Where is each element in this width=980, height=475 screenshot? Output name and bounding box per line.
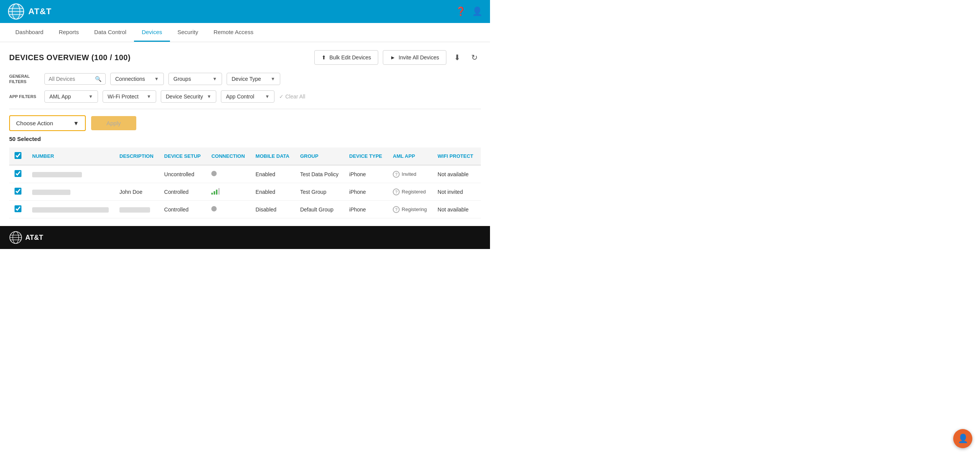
row-checkbox-cell[interactable] [9, 201, 27, 218]
col-connection[interactable]: CONNECTION [206, 147, 250, 165]
blurred-description [119, 207, 150, 213]
row-checkbox[interactable] [15, 170, 21, 177]
footer: AT&T [0, 226, 490, 249]
col-device-setup[interactable]: DEVICE SETUP [159, 147, 206, 165]
aml-badge: ? Registering [393, 206, 427, 213]
signal-bar-4 [218, 188, 220, 195]
clear-all-label: Clear All [285, 93, 305, 100]
blurred-number [32, 190, 70, 195]
row-mobile-data: Disabled [250, 201, 295, 218]
row-checkbox-cell[interactable] [9, 165, 27, 183]
nav-devices[interactable]: Devices [134, 23, 170, 42]
row-device-type: iPhone [344, 165, 387, 183]
user-icon[interactable]: 👤 [472, 7, 482, 16]
wifi-protect-label: Wi-Fi Protect [108, 93, 139, 100]
chevron-down-icon: ▼ [88, 94, 93, 99]
aml-circle-icon: ? [393, 206, 400, 213]
col-device-sec[interactable]: DEVICE [479, 147, 481, 165]
device-security-filter[interactable]: Device Security ▼ [161, 90, 216, 103]
connection-dot-icon [211, 171, 217, 176]
invite-all-label: Invite All Devices [399, 54, 439, 61]
connections-filter[interactable]: Connections ▼ [110, 73, 164, 85]
brand-name: AT&T [28, 7, 52, 16]
table-row: Controlled Disabled Default Group iPhone… [9, 201, 481, 218]
row-description [114, 201, 159, 218]
row-number [27, 201, 114, 218]
nav-bar: Dashboard Reports Data Control Devices S… [0, 23, 490, 42]
nav-reports[interactable]: Reports [51, 23, 87, 42]
chevron-down-icon: ▼ [212, 76, 217, 82]
row-number [27, 165, 114, 183]
footer-brand: AT&T [25, 234, 43, 242]
footer-logo-icon [9, 231, 22, 244]
device-type-label: Device Type [232, 76, 261, 82]
upload-icon: ⬆ [322, 54, 326, 61]
row-group: Test Group [295, 183, 344, 201]
download-button[interactable]: ⬇ [451, 50, 464, 65]
col-number[interactable]: NUMBER [27, 147, 114, 165]
row-group: Default Group [295, 201, 344, 218]
main-content: DEVICES OVERVIEW (100 / 100) ⬆ Bulk Edit… [0, 42, 490, 226]
app-filters-row: APP FILTERS AML App ▼ Wi-Fi Protect ▼ De… [9, 90, 481, 103]
nav-remote-access[interactable]: Remote Access [206, 23, 261, 42]
app-control-filter[interactable]: App Control ▼ [221, 90, 274, 103]
chevron-down-icon: ▼ [154, 76, 159, 82]
table-row: Uncontrolled Enabled Test Data Policy iP… [9, 165, 481, 183]
nav-data-control[interactable]: Data Control [87, 23, 134, 42]
col-description[interactable]: DESCRIPTION [114, 147, 159, 165]
blurred-number [32, 207, 109, 213]
col-checkbox [9, 147, 27, 165]
table-wrapper: NUMBER DESCRIPTION DEVICE SETUP CONNECTI… [9, 147, 481, 218]
device-type-filter[interactable]: Device Type ▼ [227, 73, 280, 85]
col-device-type[interactable]: DEVICE TYPE [344, 147, 387, 165]
page-header-row: DEVICES OVERVIEW (100 / 100) ⬆ Bulk Edit… [9, 50, 481, 65]
nav-dashboard[interactable]: Dashboard [8, 23, 51, 42]
bulk-edit-button[interactable]: ⬆ Bulk Edit Devices [314, 50, 378, 65]
table-header-row: NUMBER DESCRIPTION DEVICE SETUP CONNECTI… [9, 147, 481, 165]
row-checkbox-cell[interactable] [9, 183, 27, 201]
header: AT&T ❓ 👤 [0, 0, 490, 23]
table-row: John Doe Controlled Enabled Test Group i… [9, 183, 481, 201]
aml-status: Registered [402, 189, 426, 195]
divider [9, 109, 481, 109]
blurred-number [32, 172, 82, 177]
row-device-setup: Controlled [159, 183, 206, 201]
app-control-label: App Control [226, 93, 254, 100]
aml-app-filter[interactable]: AML App ▼ [44, 90, 98, 103]
signal-bar-1 [211, 193, 213, 195]
choose-action-select[interactable]: Choose Action ▼ [9, 115, 86, 131]
row-checkbox[interactable] [15, 188, 21, 195]
bulk-edit-label: Bulk Edit Devices [329, 54, 371, 61]
aml-badge: ? Invited [393, 171, 427, 178]
search-filter[interactable]: 🔍 [44, 73, 106, 85]
wifi-protect-filter[interactable]: Wi-Fi Protect ▼ [103, 90, 156, 103]
col-aml-app[interactable]: AML APP [387, 147, 432, 165]
row-device-sec: No [479, 165, 481, 183]
groups-filter[interactable]: Groups ▼ [168, 73, 222, 85]
general-filters-row: GENERAL FILTERS 🔍 Connections ▼ Groups ▼… [9, 73, 481, 85]
clear-all-button[interactable]: ✓ Clear All [279, 93, 305, 100]
col-mobile-data[interactable]: MOBILE DATA [250, 147, 295, 165]
selected-count: 50 Selected [9, 136, 481, 142]
invite-all-button[interactable]: ► Invite All Devices [383, 50, 446, 65]
select-all-checkbox[interactable] [15, 152, 21, 159]
search-input[interactable] [49, 76, 93, 82]
refresh-button[interactable]: ↻ [468, 50, 481, 65]
header-icons: ❓ 👤 [456, 7, 482, 16]
row-aml-app: ? Registering [387, 201, 432, 218]
row-wifi-protect: Not invited [432, 183, 479, 201]
chevron-down-icon: ▼ [271, 76, 275, 82]
aml-badge: ? Registered [393, 188, 427, 195]
row-device-setup: Controlled [159, 201, 206, 218]
help-icon[interactable]: ❓ [456, 7, 466, 16]
aml-circle-icon: ? [393, 188, 400, 195]
row-description: John Doe [114, 183, 159, 201]
row-group: Test Data Policy [295, 165, 344, 183]
row-checkbox[interactable] [15, 205, 21, 212]
apply-button[interactable]: Apply [91, 116, 136, 130]
col-group[interactable]: GROUP [295, 147, 344, 165]
row-number [27, 183, 114, 201]
chevron-down-icon: ▼ [73, 120, 79, 126]
nav-security[interactable]: Security [170, 23, 206, 42]
col-wifi-protect[interactable]: WIFI PROTECT [432, 147, 479, 165]
